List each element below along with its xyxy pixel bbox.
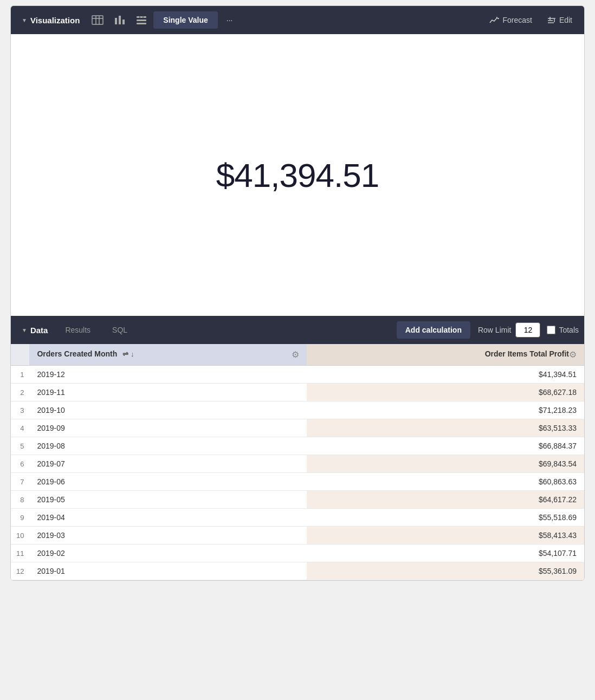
forecast-icon <box>489 16 499 24</box>
svg-rect-8 <box>137 20 146 21</box>
pivot-icon-btn[interactable] <box>132 12 151 28</box>
table-row: 12019-12$41,394.51 <box>11 366 584 384</box>
orders-created-month-cell: 2019-03 <box>29 527 306 545</box>
table-row: 102019-03$58,413.43 <box>11 527 584 545</box>
more-options-btn[interactable]: ··· <box>220 11 240 29</box>
table-row: 122019-01$55,361.09 <box>11 562 584 580</box>
table-row: 22019-11$68,627.18 <box>11 384 584 401</box>
visualization-title-btn[interactable]: ▼ Visualization <box>16 12 85 28</box>
total-profit-cell: $55,518.69 <box>307 509 584 527</box>
total-profit-cell: $69,843.54 <box>307 455 584 473</box>
table-row: 32019-10$71,218.23 <box>11 401 584 419</box>
sort-filter-icon[interactable]: ⇌ <box>122 350 128 358</box>
data-toolbar: ▼ Data Results SQL Add calculation Row L… <box>11 316 584 344</box>
row-number: 8 <box>11 491 29 509</box>
row-number: 5 <box>11 437 29 455</box>
row-number: 12 <box>11 562 29 580</box>
total-profit-cell: $41,394.51 <box>307 366 584 384</box>
single-value-tab[interactable]: Single Value <box>153 11 217 29</box>
data-title-label: Data <box>30 326 48 335</box>
table-icon <box>92 15 104 25</box>
total-profit-cell: $58,413.43 <box>307 527 584 545</box>
data-chevron-icon: ▼ <box>22 327 27 333</box>
total-profit-cell: $63,513.33 <box>307 419 584 437</box>
total-profit-cell: $71,218.23 <box>307 401 584 419</box>
row-number: 2 <box>11 384 29 401</box>
svg-rect-7 <box>137 16 146 18</box>
svg-rect-0 <box>92 16 103 24</box>
orders-created-month-cell: 2019-04 <box>29 509 306 527</box>
single-value-display: $41,394.51 <box>11 34 584 316</box>
row-limit-input[interactable] <box>515 322 540 338</box>
totals-text: Totals <box>559 326 579 334</box>
edit-label: Edit <box>559 16 572 24</box>
table-row: 82019-05$64,617.22 <box>11 491 584 509</box>
single-value-number: $41,394.51 <box>216 156 379 195</box>
more-icon: ··· <box>227 16 233 24</box>
main-container: ▼ Visualization <box>10 5 585 581</box>
table-row: 72019-06$60,863.63 <box>11 473 584 491</box>
totals-checkbox[interactable] <box>547 326 555 334</box>
data-table: Orders Created Month ⇌ ↓ ⚙ Order Items T… <box>11 344 584 580</box>
sql-tab[interactable]: SQL <box>102 321 137 339</box>
total-profit-cell: $68,627.18 <box>307 384 584 401</box>
row-limit-label: Row Limit <box>478 326 511 334</box>
bar-chart-icon <box>114 15 125 25</box>
col-header-total-profit: Order Items Total Profit ⚙ <box>307 344 584 366</box>
edit-btn[interactable]: Edit <box>541 11 579 29</box>
table-row: 92019-04$55,518.69 <box>11 509 584 527</box>
total-profit-cell: $66,884.37 <box>307 437 584 455</box>
orders-created-month-cell: 2019-02 <box>29 545 306 562</box>
table-row: 52019-08$66,884.37 <box>11 437 584 455</box>
svg-rect-5 <box>119 16 121 24</box>
total-profit-cell: $60,863.63 <box>307 473 584 491</box>
orders-created-month-cell: 2019-01 <box>29 562 306 580</box>
orders-created-month-cell: 2019-10 <box>29 401 306 419</box>
row-number: 4 <box>11 419 29 437</box>
row-number: 6 <box>11 455 29 473</box>
row-number: 10 <box>11 527 29 545</box>
orders-created-month-cell: 2019-09 <box>29 419 306 437</box>
orders-created-month-cell: 2019-05 <box>29 491 306 509</box>
orders-created-month-cell: 2019-12 <box>29 366 306 384</box>
row-number: 11 <box>11 545 29 562</box>
table-view-icon-btn[interactable] <box>87 12 108 28</box>
data-title-btn[interactable]: ▼ Data <box>16 322 53 338</box>
viz-toolbar: ▼ Visualization <box>11 6 584 34</box>
table-row: 62019-07$69,843.54 <box>11 455 584 473</box>
bar-chart-icon-btn[interactable] <box>110 12 130 28</box>
orders-created-month-cell: 2019-08 <box>29 437 306 455</box>
row-number: 3 <box>11 401 29 419</box>
total-profit-cell: $54,107.71 <box>307 545 584 562</box>
viz-chevron-icon: ▼ <box>22 17 27 23</box>
totals-label: Totals <box>547 326 579 334</box>
row-number: 1 <box>11 366 29 384</box>
results-tab[interactable]: Results <box>55 321 100 339</box>
sort-desc-icon[interactable]: ↓ <box>131 350 134 358</box>
orders-col-settings-btn[interactable]: ⚙ <box>292 349 299 360</box>
table-row: 112019-02$54,107.71 <box>11 545 584 562</box>
forecast-label: Forecast <box>502 16 532 24</box>
table-row: 42019-09$63,513.33 <box>11 419 584 437</box>
total-profit-cell: $55,361.09 <box>307 562 584 580</box>
orders-col-label: Orders Created Month <box>37 349 117 358</box>
viz-title-label: Visualization <box>30 16 80 25</box>
row-number: 9 <box>11 509 29 527</box>
edit-icon <box>547 16 556 24</box>
data-table-container: Orders Created Month ⇌ ↓ ⚙ Order Items T… <box>11 344 584 580</box>
col-header-orders-created-month: Orders Created Month ⇌ ↓ ⚙ <box>29 344 306 366</box>
orders-created-month-cell: 2019-11 <box>29 384 306 401</box>
profit-col-label: Order Items Total Profit <box>485 349 569 358</box>
svg-rect-6 <box>122 20 125 24</box>
row-number: 7 <box>11 473 29 491</box>
svg-rect-4 <box>115 18 117 24</box>
pivot-icon <box>136 15 147 25</box>
svg-rect-9 <box>137 23 146 24</box>
orders-created-month-cell: 2019-06 <box>29 473 306 491</box>
total-profit-cell: $64,617.22 <box>307 491 584 509</box>
orders-created-month-cell: 2019-07 <box>29 455 306 473</box>
forecast-btn[interactable]: Forecast <box>483 11 538 29</box>
add-calculation-btn[interactable]: Add calculation <box>397 321 470 339</box>
profit-col-settings-btn[interactable]: ⚙ <box>569 349 577 360</box>
col-header-rownum <box>11 344 29 366</box>
